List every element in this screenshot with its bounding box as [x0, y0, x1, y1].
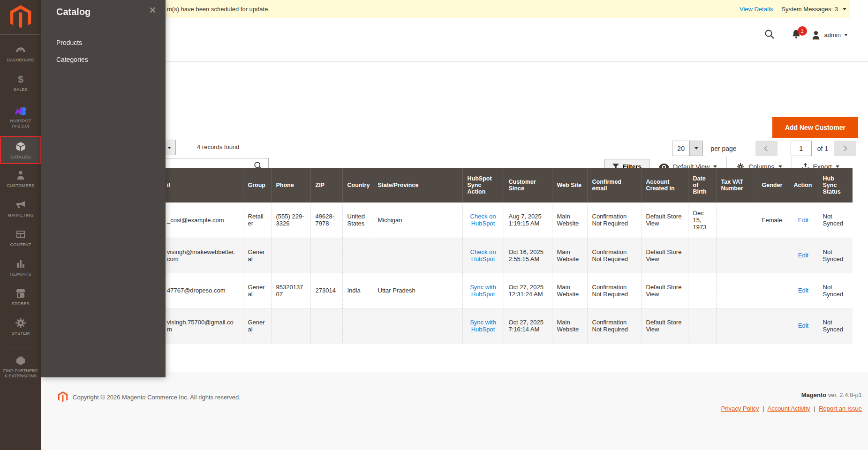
sidebar-item-dashboard[interactable]: DASHBOARD — [0, 38, 41, 68]
add-new-customer-button[interactable]: Add New Customer — [772, 117, 858, 138]
cell-hub-sync-status: Not Synced — [818, 238, 853, 273]
sidebar-item-catalog[interactable]: CATALOG — [0, 136, 41, 164]
table-row[interactable]: visingh@makewebbetter.com General Check … — [55, 238, 853, 273]
cell-phone — [271, 308, 310, 343]
cell-gender: Female — [757, 202, 789, 238]
account-activity-link[interactable]: Account Activity — [768, 405, 810, 412]
notification-count-badge: 1 — [798, 26, 807, 36]
current-page-input[interactable] — [791, 141, 812, 156]
extensions-brick-icon — [15, 354, 27, 367]
close-icon[interactable]: × — [149, 3, 156, 17]
cell-hubspot-sync-action: Check on HubSpot — [462, 202, 504, 238]
cell-hub-sync-status: Not Synced — [818, 308, 853, 343]
sidebar-item-customers[interactable]: CUSTOMERS — [0, 164, 41, 194]
cell-date-of-birth — [688, 238, 716, 273]
cell-group: General — [243, 308, 271, 343]
cell-customer-since: Oct 16, 2025 2:55:15 AM — [504, 238, 552, 273]
customers-icon — [15, 169, 27, 181]
column-header-tax-vat[interactable]: Tax VAT Number — [716, 168, 757, 202]
flyout-item-products[interactable]: Products — [41, 34, 166, 51]
cell-web-site: Main Website — [552, 202, 587, 238]
notifications-button[interactable]: 1 — [791, 29, 801, 41]
column-header-hubspot-sync-action[interactable]: HubSpot Sync Action — [462, 168, 504, 202]
edit-link[interactable]: Edit — [798, 252, 808, 259]
customers-table: il Group Phone ZIP Country State/Provinc… — [55, 168, 853, 344]
column-header-group[interactable]: Group — [243, 168, 271, 202]
column-header-customer-since[interactable]: Customer Since — [504, 168, 552, 202]
column-header-zip[interactable]: ZIP — [310, 168, 342, 202]
column-header-date-of-birth[interactable]: Date of Birth — [688, 168, 716, 202]
column-header-phone[interactable]: Phone — [271, 168, 310, 202]
sidebar-item-hubspot[interactable]: HUBSPOT (V-2.2.0) — [0, 98, 41, 136]
sidebar-item-label: FIND PARTNERS & EXTENSIONS — [3, 368, 38, 379]
sidebar-item-stores[interactable]: STORES — [0, 282, 41, 312]
magento-logo-icon — [10, 5, 31, 30]
magento-logo[interactable] — [0, 0, 41, 35]
chevron-left-icon — [764, 145, 770, 151]
table-row[interactable]: _cost@example.com Retailer (555) 229-332… — [55, 202, 853, 238]
sidebar-item-label: MARKETING — [8, 213, 33, 218]
sidebar-item-content[interactable]: CONTENT — [0, 223, 41, 253]
per-page-select[interactable]: 20 — [672, 141, 703, 156]
sidebar-item-find-partners[interactable]: FIND PARTNERS & EXTENSIONS — [0, 347, 41, 386]
column-header-account-created-in[interactable]: Account Created in — [641, 168, 688, 202]
column-header-gender[interactable]: Gender — [757, 168, 789, 202]
column-header-action: Action — [789, 168, 818, 202]
cell-state — [373, 238, 462, 273]
hubspot-sync-link[interactable]: Sync with HubSpot — [470, 319, 496, 333]
sidebar-item-system[interactable]: SYSTEM — [0, 312, 41, 341]
sidebar-item-label: SYSTEM — [12, 331, 30, 336]
cell-zip — [310, 238, 342, 273]
edit-link[interactable]: Edit — [798, 217, 808, 224]
admin-account-menu[interactable]: admin — [811, 30, 848, 40]
cell-gender — [757, 308, 789, 343]
system-messages-toggle[interactable]: System Messages: 3 — [781, 6, 846, 13]
cell-gender — [757, 273, 789, 308]
hubspot-sync-link[interactable]: Check on HubSpot — [470, 248, 496, 262]
column-header-web-site[interactable]: Web Site — [552, 168, 587, 202]
table-row[interactable]: visingh.75700@gmail.com General Sync wit… — [55, 308, 853, 343]
column-header-state[interactable]: State/Province — [373, 168, 462, 202]
privacy-policy-link[interactable]: Privacy Policy — [721, 405, 759, 412]
table-row[interactable]: 47767@dropeso.com General 9532013707 273… — [55, 273, 853, 308]
catalog-flyout-menu: Catalog × Products Categories — [41, 0, 166, 377]
next-page-button[interactable] — [834, 141, 856, 156]
global-search-button[interactable] — [764, 29, 775, 41]
footer-separator: | — [762, 405, 764, 412]
column-header-hub-sync-status[interactable]: Hub Sync Status — [818, 168, 853, 202]
cell-action: Edit — [789, 308, 818, 343]
cell-confirmed-email: Confirmation Not Required — [587, 202, 641, 238]
hubspot-sync-link[interactable]: Sync with HubSpot — [470, 284, 496, 298]
column-header-confirmed-email[interactable]: Confirmed email — [587, 168, 641, 202]
copyright-text: Copyright © 2026 Magento Commerce Inc. A… — [73, 394, 241, 401]
cell-tax-vat — [716, 238, 757, 273]
edit-link[interactable]: Edit — [798, 322, 808, 329]
table-header-row: il Group Phone ZIP Country State/Provinc… — [55, 168, 853, 202]
cell-tax-vat — [716, 273, 757, 308]
hubspot-sync-link[interactable]: Check on HubSpot — [470, 213, 496, 227]
magento-footer-logo — [58, 391, 68, 403]
cell-state: Uttar Pradesh — [373, 273, 462, 308]
view-details-link[interactable]: View Details — [740, 6, 773, 13]
cell-action: Edit — [789, 202, 818, 238]
sidebar-item-label: SALES — [14, 87, 28, 92]
edit-link[interactable]: Edit — [798, 287, 808, 294]
cell-web-site: Main Website — [552, 308, 587, 343]
cell-customer-since: Oct 27, 2025 7:16:14 AM — [504, 308, 552, 343]
report-issue-link[interactable]: Report an Issue — [819, 405, 862, 412]
chevron-down-icon — [843, 8, 846, 10]
content-icon — [15, 228, 27, 240]
chevron-down-icon — [167, 147, 171, 149]
per-page-label: per page — [710, 145, 736, 152]
flyout-item-categories[interactable]: Categories — [41, 51, 166, 68]
cell-group: General — [243, 238, 271, 273]
sidebar-item-reports[interactable]: REPORTS — [0, 253, 41, 282]
sidebar-item-marketing[interactable]: MARKETING — [0, 194, 41, 223]
cell-confirmed-email: Confirmation Not Required — [587, 273, 641, 308]
grid-pagination: 20 per page of 1 — [672, 141, 856, 156]
chevron-down-icon — [844, 34, 848, 36]
cell-zip — [310, 308, 342, 343]
sidebar-item-sales[interactable]: $ SALES — [0, 68, 41, 98]
previous-page-button[interactable] — [755, 141, 777, 156]
column-header-country[interactable]: Country — [342, 168, 373, 202]
